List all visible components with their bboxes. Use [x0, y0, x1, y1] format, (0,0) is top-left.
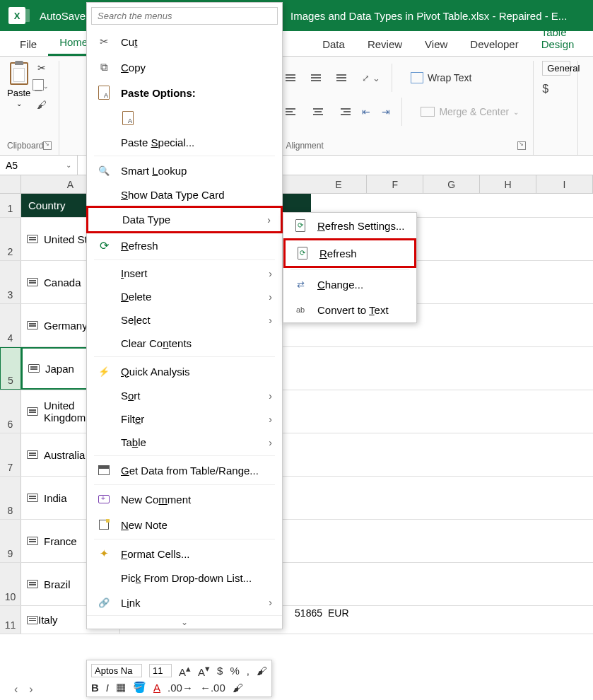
menu-new-note[interactable]: New Note	[87, 512, 282, 537]
paste-icon	[97, 86, 111, 100]
col-header-g[interactable]: G	[423, 175, 480, 193]
decrease-decimal-icon[interactable]: ←.00	[200, 682, 225, 694]
menu-filter[interactable]: Filter›	[87, 407, 282, 431]
bold-icon[interactable]: B	[91, 682, 99, 694]
italic-icon[interactable]: I	[106, 682, 109, 694]
row-header[interactable]: 6	[0, 390, 21, 433]
menu-link[interactable]: Link›	[87, 590, 282, 615]
row-header[interactable]: 2	[0, 218, 21, 260]
align-left-icon[interactable]	[286, 105, 300, 118]
chevron-right-icon: ›	[269, 414, 272, 425]
format-painter-icon[interactable]: 🖌	[257, 665, 267, 677]
format-icon[interactable]: 🖌	[233, 682, 243, 694]
currency-icon[interactable]: $	[217, 665, 223, 677]
increase-indent-icon[interactable]: ⇥	[382, 106, 390, 117]
paste-button[interactable]: Paste ⌄	[7, 61, 30, 112]
menu-cut[interactable]: Cut	[87, 29, 282, 54]
tab-review[interactable]: Review	[356, 33, 413, 56]
row-header[interactable]: 10	[0, 563, 21, 605]
submenu-change[interactable]: Change...	[283, 272, 416, 297]
mini-size-select[interactable]	[149, 664, 172, 677]
align-center-icon[interactable]	[311, 105, 325, 118]
row-header[interactable]: 3	[0, 261, 21, 303]
tab-file[interactable]: File	[8, 33, 48, 56]
align-right-icon[interactable]	[336, 105, 351, 118]
font-color-icon[interactable]: A	[153, 682, 160, 694]
refresh-page-icon	[295, 246, 310, 260]
border-icon[interactable]: ▦	[116, 681, 126, 694]
menu-copy[interactable]: Copy	[87, 54, 282, 80]
comma-icon[interactable]: ,	[247, 665, 249, 677]
menu-refresh[interactable]: Refresh	[87, 233, 282, 258]
tab-view[interactable]: View	[413, 33, 459, 56]
tab-table-design[interactable]: Table Design	[530, 21, 593, 56]
name-box[interactable]: A5 ⌄	[0, 156, 78, 175]
next-sheet-icon[interactable]: ›	[29, 683, 33, 696]
prev-sheet-icon[interactable]: ‹	[14, 683, 18, 696]
row-header[interactable]: 5	[0, 347, 21, 390]
percent-icon[interactable]: %	[230, 665, 239, 677]
menu-data-type[interactable]: Data Type›	[86, 206, 283, 233]
submenu-refresh-settings[interactable]: Refresh Settings...	[283, 213, 416, 238]
chevron-right-icon: ›	[269, 291, 272, 303]
increase-decimal-icon[interactable]: .00→	[168, 682, 193, 694]
menu-table[interactable]: Table›	[87, 431, 282, 454]
row-header-11[interactable]: 11	[0, 606, 21, 634]
menu-pick-list[interactable]: Pick From Drop-down List...	[87, 566, 282, 590]
format-painter-icon[interactable]	[35, 98, 49, 112]
row-header[interactable]: 7	[0, 433, 21, 476]
wrap-text-label: Wrap Text	[428, 72, 472, 83]
menu-delete[interactable]: Delete›	[87, 285, 282, 308]
data-type-card-icon	[27, 580, 38, 588]
col-header-i[interactable]: I	[536, 175, 593, 193]
align-middle-icon[interactable]	[311, 71, 325, 84]
row-header[interactable]: 4	[0, 304, 21, 346]
menu-paste-special[interactable]: Paste Special...	[87, 131, 282, 154]
menu-get-data[interactable]: Get Data from Table/Range...	[87, 457, 282, 483]
col-header-e[interactable]: E	[310, 175, 367, 193]
row-header[interactable]: 8	[0, 477, 21, 519]
tab-data[interactable]: Data	[311, 33, 356, 56]
align-top-icon[interactable]	[286, 71, 300, 84]
menu-format-cells[interactable]: Format Cells...	[87, 541, 282, 566]
number-format-select[interactable]: General	[542, 61, 570, 76]
decrease-font-icon[interactable]: A▾	[198, 663, 210, 678]
clipboard-dialog-launcher[interactable]	[43, 141, 52, 150]
menu-quick-analysis[interactable]: Quick Analysis	[87, 358, 282, 384]
menu-search-input[interactable]	[91, 7, 278, 25]
submenu-convert-text[interactable]: Convert to Text	[283, 297, 416, 322]
fill-color-icon[interactable]: 🪣	[133, 681, 146, 694]
menu-select[interactable]: Select›	[87, 308, 282, 332]
copy-icon[interactable]: ⌄	[35, 79, 49, 93]
wrap-text-button[interactable]: Wrap Text	[404, 69, 479, 86]
mini-font-select[interactable]	[91, 664, 142, 677]
chevron-right-icon: ›	[269, 268, 272, 279]
menu-insert[interactable]: Insert›	[87, 262, 282, 285]
col-header-f[interactable]: F	[367, 175, 423, 193]
menu-clear-contents[interactable]: Clear Contents	[87, 332, 282, 355]
paste-option-values[interactable]	[87, 105, 282, 131]
orientation-icon[interactable]: ⤢ ⌄	[362, 73, 380, 83]
menu-smart-lookup[interactable]: Smart Lookup	[87, 158, 282, 183]
increase-font-icon[interactable]: A▴	[179, 663, 191, 678]
text-icon	[293, 303, 307, 317]
select-all-corner[interactable]	[0, 175, 21, 193]
align-bottom-icon[interactable]	[336, 71, 351, 84]
cut-icon[interactable]	[35, 61, 49, 75]
row-header[interactable]: 9	[0, 520, 21, 562]
currency-icon[interactable]: $	[542, 83, 548, 95]
col-header-h[interactable]: H	[480, 175, 536, 193]
submenu-refresh[interactable]: Refresh	[283, 238, 416, 268]
menu-expand-icon[interactable]: ⌄	[87, 615, 282, 629]
row-header-1[interactable]: 1	[0, 194, 21, 217]
menu-sort[interactable]: Sort›	[87, 384, 282, 407]
menu-show-card[interactable]: Show Data Type Card	[87, 183, 282, 206]
decrease-indent-icon[interactable]: ⇤	[362, 106, 370, 117]
currency-cell[interactable]: EUR	[325, 606, 375, 634]
alignment-dialog-launcher[interactable]	[517, 141, 526, 150]
tab-developer[interactable]: Developer	[459, 33, 529, 56]
group-clipboard: Paste ⌄ ⌄ Clipboard	[7, 61, 59, 155]
numeric-cell[interactable]: 51865	[276, 606, 325, 634]
merge-center-button[interactable]: Merge & Center ⌄	[413, 103, 526, 120]
menu-new-comment[interactable]: New Comment	[87, 486, 282, 512]
